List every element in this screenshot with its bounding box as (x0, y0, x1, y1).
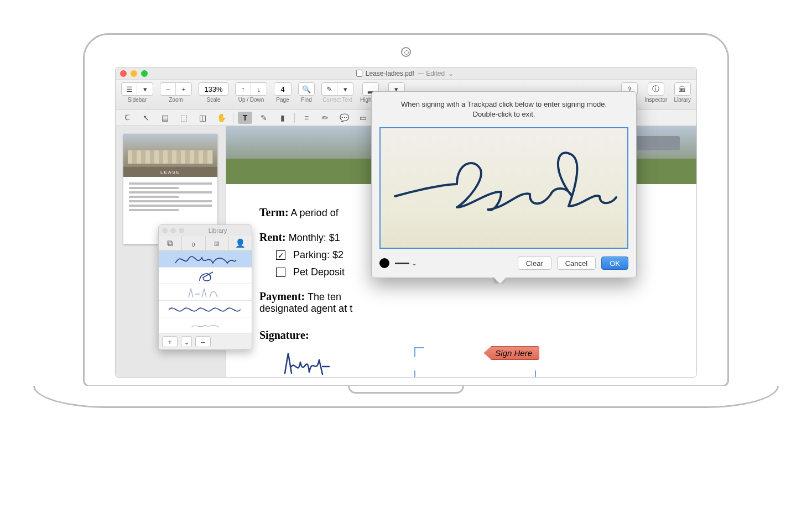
clear-button[interactable]: Clear (518, 257, 551, 270)
indent-tool[interactable]: ≡ (299, 112, 314, 124)
signature-item[interactable] (159, 317, 252, 334)
library-group: 🏛 Library (674, 82, 691, 103)
inspector-label: Inspector (644, 97, 667, 103)
eraser-tool[interactable]: ◫ (195, 112, 210, 124)
library-tab-people[interactable]: 𐑴 (182, 236, 205, 250)
signature-canvas[interactable] (379, 127, 628, 249)
add-signature-button[interactable]: + (162, 336, 178, 347)
zoom-label: Zoom (169, 97, 183, 103)
page-label: Page (276, 97, 289, 103)
edited-status: — Edited (418, 70, 445, 77)
library-button[interactable]: 🏛 (675, 83, 690, 95)
library-titlebar[interactable]: Library (159, 225, 252, 236)
popover-arrow-icon (493, 277, 506, 284)
signature-item[interactable] (159, 301, 252, 317)
page-down-button[interactable]: ↓ (251, 83, 267, 95)
page-number-field[interactable]: 4 (274, 82, 292, 96)
signature-list (159, 251, 252, 334)
ink-color-swatch[interactable] (379, 258, 389, 268)
zoom-value-field[interactable]: 133% (199, 82, 228, 96)
textbox-tool[interactable]: T (238, 112, 252, 124)
zoom-window-button[interactable] (141, 70, 148, 77)
correct-text-button[interactable]: ✎ (322, 83, 337, 95)
filename: Lease-ladies.pdf (366, 70, 414, 77)
arrow-tool[interactable]: ↖ (139, 112, 153, 124)
library-label: Library (674, 97, 691, 103)
sidebar-group: ☰ ▾ Sidebar (121, 82, 153, 103)
area-select-tool[interactable]: ▤ (158, 112, 172, 124)
window-title: Lease-ladies.pdf — Edited ⌄ (148, 70, 662, 77)
ink-weight-dropdown[interactable]: ⌄ (395, 259, 417, 267)
sign-here-badge: Sign Here (483, 346, 539, 360)
payment-text: The ten (308, 291, 341, 302)
correct-group: ✎ ▾ Correct Text (321, 82, 353, 103)
rent-heading: Rent: (259, 231, 286, 243)
window-title-bar: Lease-ladies.pdf — Edited ⌄ (116, 67, 696, 80)
correct-menu-button[interactable]: ▾ (337, 83, 353, 95)
page-up-button[interactable]: ↑ (236, 83, 251, 95)
scale-group: 133% Scale (199, 82, 228, 103)
inspector-group: ⓘ Inspector (644, 82, 667, 103)
updown-label: Up / Down (238, 97, 264, 103)
sidebar-menu-button[interactable]: ▾ (137, 83, 153, 95)
cancel-button[interactable]: Cancel (557, 257, 596, 270)
remove-signature-button[interactable]: – (195, 336, 211, 347)
find-group: 🔍 Find (298, 82, 315, 103)
laptop-base (33, 386, 779, 408)
parking-checkbox[interactable]: ✓ (276, 250, 285, 260)
camera-icon (401, 47, 411, 57)
ok-button[interactable]: OK (601, 257, 628, 270)
signature-hint: When signing with a Trackpad click below… (372, 92, 636, 125)
payment-text-2: designated agent at t (259, 303, 352, 314)
term-text: A period of (291, 207, 339, 218)
find-label: Find (301, 97, 311, 103)
updown-group: ↑ ↓ Up / Down (235, 82, 267, 103)
zoom-group: – + Zoom (160, 82, 192, 103)
find-button[interactable]: 🔍 (299, 83, 314, 95)
redact-tool[interactable]: ▮ (275, 112, 290, 124)
rect-tool[interactable]: ▭ (356, 112, 370, 124)
pet-checkbox[interactable] (276, 268, 285, 277)
tenant-signature-target[interactable]: Sign Here (414, 347, 536, 377)
signature-capture-popover: When signing with a Trackpad click below… (371, 91, 637, 278)
pet-label: Pet Deposit (293, 266, 345, 278)
hand-tool[interactable]: ✋ (214, 112, 228, 124)
landlord-signature-glyph (282, 350, 342, 376)
library-tab-shapes[interactable]: ⧉ (159, 236, 182, 250)
signature-heading: Signature: (259, 329, 309, 341)
inspector-button[interactable]: ⓘ (648, 83, 664, 95)
payment-heading: Payment: (259, 290, 305, 302)
thumb-hero-image (123, 134, 217, 167)
add-menu-button[interactable]: ⌄ (181, 336, 192, 347)
zoom-in-button[interactable]: + (176, 83, 191, 95)
landlord-signature-line (259, 347, 370, 377)
laptop-notch (348, 386, 464, 394)
page-group: 4 Page (274, 82, 292, 103)
pen-tool[interactable]: ✏ (318, 112, 332, 124)
term-heading: Term: (259, 206, 289, 218)
sidebar-toggle-button[interactable]: ☰ (122, 83, 137, 95)
parking-label: Parking: $2 (293, 249, 343, 261)
minimize-window-button[interactable] (131, 70, 137, 77)
signature-item[interactable] (159, 251, 252, 268)
library-tab-signatures[interactable]: 👤 (229, 236, 252, 250)
highlight-tool[interactable]: ✎ (257, 112, 271, 124)
library-panel[interactable]: Library ⧉ 𐑴 ⧇ 👤 + ⌄ – (158, 224, 252, 350)
marquee-tool[interactable]: ⬚ (176, 112, 191, 124)
library-tab-stamps[interactable]: ⧇ (206, 236, 229, 250)
signature-item[interactable] (159, 268, 252, 284)
thumb-banner: LEASE (123, 167, 217, 177)
comment-tool[interactable]: 💬 (337, 112, 351, 124)
document-icon (356, 70, 362, 77)
sidebar-label: Sidebar (128, 97, 147, 103)
scale-label: Scale (206, 97, 220, 103)
correct-label: Correct Text (322, 97, 352, 103)
zoom-out-button[interactable]: – (160, 83, 176, 95)
traffic-lights (120, 70, 148, 77)
signature-stroke (385, 141, 623, 235)
text-select-tool[interactable]: Ꞇ (120, 112, 134, 124)
close-window-button[interactable] (120, 70, 127, 77)
signature-item[interactable] (159, 284, 252, 301)
rent-text: Monthly: $1 (289, 232, 340, 243)
title-dropdown-icon[interactable]: ⌄ (448, 70, 454, 77)
